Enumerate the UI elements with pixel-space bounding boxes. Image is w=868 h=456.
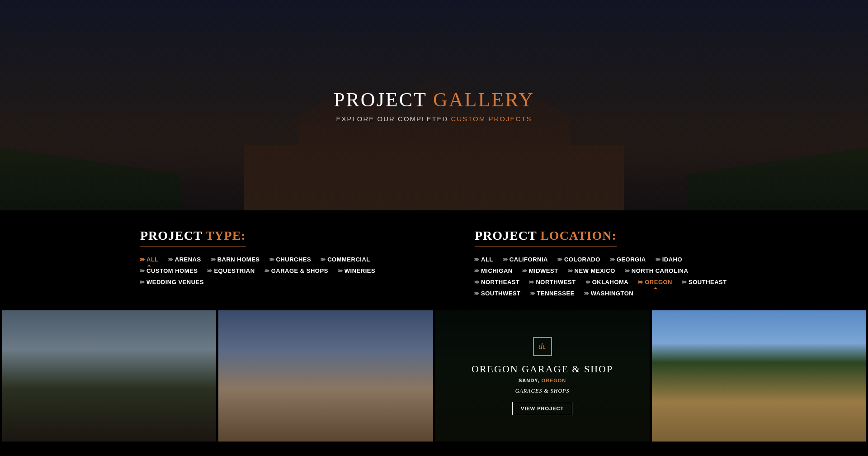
filter-item-garage-shops[interactable]: GARAGE & SHOPS <box>265 267 328 274</box>
triple-chevron-icon <box>585 292 589 294</box>
filter-item-label: SOUTHEAST <box>689 279 727 285</box>
view-project-button[interactable]: VIEW PROJECT <box>512 402 572 415</box>
triple-chevron-icon <box>211 258 215 261</box>
page-title: PROJECT GALLERY <box>334 88 534 111</box>
filter-item-michigan[interactable]: MICHIGAN <box>475 267 513 274</box>
filter-item-georgia[interactable]: GEORGIA <box>610 256 646 263</box>
filter-item-northeast[interactable]: NORTHEAST <box>475 279 519 285</box>
triple-chevron-icon <box>140 270 144 272</box>
project-overlay: dc OREGON GARAGE & SHOP SANDY, OREGON GA… <box>435 310 650 442</box>
hero-decor <box>0 120 181 210</box>
triple-chevron-icon <box>682 281 686 283</box>
filter-item-barn-homes[interactable]: BARN HOMES <box>211 256 260 263</box>
filter-item-wineries[interactable]: WINERIES <box>338 267 375 274</box>
filter-item-label: CUSTOM HOMES <box>146 267 198 274</box>
filter-location-header-plain: PROJECT <box>475 228 540 242</box>
filter-item-label: CALIFORNIA <box>509 256 548 263</box>
project-state: OREGON <box>541 378 566 383</box>
page-title-plain: PROJECT <box>334 89 433 111</box>
page-subtitle-plain: EXPLORE OUR COMPLETED <box>336 115 451 123</box>
triple-chevron-icon <box>208 270 212 272</box>
triple-chevron-icon <box>610 258 614 261</box>
filter-location-items: ALLCALIFORNIACOLORADOGEORGIAIDAHOMICHIGA… <box>475 256 728 297</box>
filter-item-label: SOUTHWEST <box>481 290 521 297</box>
triple-chevron-icon <box>558 258 562 261</box>
filter-bar: PROJECT TYPE: ALLARENASBARN HOMESCHURCHE… <box>0 210 868 310</box>
triple-chevron-icon <box>475 292 479 294</box>
project-image <box>652 310 866 442</box>
triple-chevron-icon <box>503 258 507 261</box>
project-card[interactable] <box>652 310 866 442</box>
filter-type-items: ALLARENASBARN HOMESCHURCHESCOMMERCIALCUS… <box>140 256 393 285</box>
hero-decor <box>687 120 868 210</box>
filter-item-label: OKLAHOMA <box>592 279 629 285</box>
filter-item-southwest[interactable]: SOUTHWEST <box>475 290 521 297</box>
filter-item-all[interactable]: ALL <box>140 256 159 263</box>
filter-item-label: MICHIGAN <box>481 267 513 274</box>
project-title: OREGON GARAGE & SHOP <box>472 363 613 375</box>
filter-item-label: NORTH CAROLINA <box>632 267 688 274</box>
filter-item-label: WINERIES <box>344 267 375 274</box>
triple-chevron-icon <box>475 281 479 283</box>
project-card[interactable] <box>218 310 433 442</box>
page-subtitle: EXPLORE OUR COMPLETED CUSTOM PROJECTS <box>336 115 532 123</box>
triple-chevron-icon <box>321 258 325 261</box>
filter-item-northwest[interactable]: NORTHWEST <box>529 279 576 285</box>
filter-item-wedding-venues[interactable]: WEDDING VENUES <box>140 279 204 285</box>
filter-item-label: NORTHEAST <box>481 279 519 285</box>
filter-item-label: GEORGIA <box>617 256 646 263</box>
brand-logo-icon: dc <box>533 337 552 356</box>
filter-item-north-carolina[interactable]: NORTH CAROLINA <box>625 267 688 274</box>
filter-item-label: ALL <box>146 256 159 263</box>
filter-item-southeast[interactable]: SOUTHEAST <box>682 279 727 285</box>
filter-item-new-mexico[interactable]: NEW MEXICO <box>568 267 615 274</box>
filter-item-tennessee[interactable]: TENNESSEE <box>531 290 575 297</box>
triple-chevron-icon <box>529 281 533 283</box>
project-card[interactable] <box>2 310 216 442</box>
triple-chevron-icon <box>265 270 269 272</box>
filter-item-custom-homes[interactable]: CUSTOM HOMES <box>140 267 198 274</box>
triple-chevron-icon <box>475 258 479 261</box>
filter-item-oklahoma[interactable]: OKLAHOMA <box>586 279 629 285</box>
triple-chevron-icon <box>140 281 144 283</box>
filter-item-churches[interactable]: CHURCHES <box>270 256 311 263</box>
filter-item-california[interactable]: CALIFORNIA <box>503 256 548 263</box>
filter-item-commercial[interactable]: COMMERCIAL <box>321 256 370 263</box>
triple-chevron-icon <box>270 258 274 261</box>
project-category: GARAGES & SHOPS <box>515 388 570 394</box>
filter-item-midwest[interactable]: MIDWEST <box>523 267 558 274</box>
filter-item-oregon[interactable]: OREGON <box>638 279 672 285</box>
filter-item-label: NEW MEXICO <box>575 267 615 274</box>
triple-chevron-icon <box>338 270 342 272</box>
filter-item-label: CHURCHES <box>276 256 311 263</box>
filter-item-equestrian[interactable]: EQUESTRIAN <box>208 267 255 274</box>
filter-item-label: COLORADO <box>564 256 600 263</box>
filter-item-label: WEDDING VENUES <box>146 279 204 285</box>
filter-item-all[interactable]: ALL <box>475 256 493 263</box>
hero-banner: PROJECT GALLERY EXPLORE OUR COMPLETED CU… <box>0 0 868 210</box>
filter-item-label: OREGON <box>645 279 672 285</box>
filter-item-label: EQUESTRIAN <box>214 267 255 274</box>
triple-chevron-icon <box>169 258 173 261</box>
filter-item-arenas[interactable]: ARENAS <box>169 256 201 263</box>
filter-item-washington[interactable]: WASHINGTON <box>585 290 633 297</box>
page-subtitle-accent: CUSTOM PROJECTS <box>451 115 532 123</box>
filter-item-idaho[interactable]: IDAHO <box>656 256 682 263</box>
project-image <box>218 310 433 442</box>
triple-chevron-icon <box>656 258 660 261</box>
filter-item-label: TENNESSEE <box>537 290 575 297</box>
filter-type-header-accent: TYPE: <box>206 228 246 242</box>
triple-chevron-icon <box>523 270 527 272</box>
filter-item-label: ALL <box>481 256 493 263</box>
project-image <box>2 310 216 442</box>
triple-chevron-icon <box>140 258 144 261</box>
filter-location-header: PROJECT LOCATION: <box>475 228 617 247</box>
triple-chevron-icon <box>638 281 642 283</box>
triple-chevron-icon <box>531 292 535 294</box>
project-card-hovered[interactable]: dc OREGON GARAGE & SHOP SANDY, OREGON GA… <box>435 310 650 442</box>
triple-chevron-icon <box>586 281 590 283</box>
filter-type-header: PROJECT TYPE: <box>140 228 246 247</box>
filter-group-location: PROJECT LOCATION: ALLCALIFORNIACOLORADOG… <box>475 228 728 297</box>
filter-item-label: WASHINGTON <box>591 290 633 297</box>
filter-item-colorado[interactable]: COLORADO <box>558 256 600 263</box>
